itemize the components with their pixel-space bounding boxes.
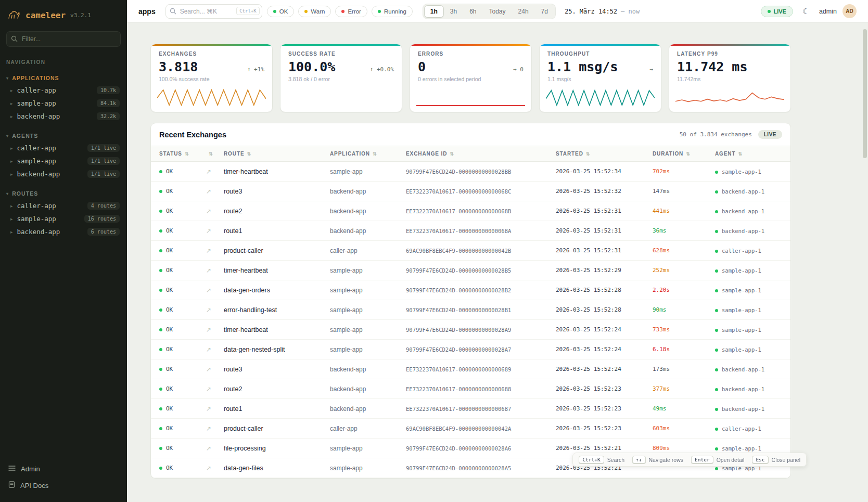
table-row[interactable]: OK ↗ data-gen-nested-split sample-app 90… (151, 340, 790, 359)
open-detail-icon[interactable]: ↗ (206, 346, 211, 353)
time-range-button[interactable]: Today (483, 5, 512, 18)
sidebar-section: ▾ APPLICATIONS ▸ caller-app 10.7k ▸ samp… (0, 67, 127, 125)
exchange-id: EE7322370A10617-0000000000000688 (401, 379, 551, 399)
open-detail-icon[interactable]: ↗ (206, 425, 211, 432)
table-row[interactable]: OK ↗ route2 backend-app EE7322370A10617-… (151, 201, 790, 221)
column-label: STARTED (556, 151, 583, 157)
scrollbar-thumb[interactable] (863, 29, 867, 158)
time-range-button[interactable]: 7d (535, 5, 554, 18)
sidebar-item[interactable]: ▸ backend-app 1/1 live (0, 168, 127, 181)
sidebar-section-header[interactable]: ▾ AGENTS (0, 130, 127, 141)
column-header[interactable]: DURATION⇅ (647, 146, 710, 162)
table-row[interactable]: OK ↗ product-caller caller-app 69AC90BF8… (151, 241, 790, 261)
duration: 628ms (647, 241, 710, 261)
column-header[interactable]: ⇅ (201, 146, 219, 162)
column-header[interactable]: AGENT⇅ (710, 146, 790, 162)
column-header[interactable]: EXCHANGE ID⇅ (401, 146, 551, 162)
open-detail-icon[interactable]: ↗ (206, 326, 211, 333)
app-version: v3.2.1 (70, 12, 91, 19)
column-header[interactable]: ROUTE⇅ (219, 146, 325, 162)
table-row[interactable]: OK ↗ route3 backend-app EE7322370A10617-… (151, 182, 790, 201)
table-row[interactable]: OK ↗ error-handling-test sample-app 9079… (151, 300, 790, 320)
stat-accent-bar (669, 44, 790, 46)
sidebar-item[interactable]: ▸ sample-app 16 routes (0, 212, 127, 225)
open-detail-icon[interactable]: ↗ (206, 445, 211, 452)
sidebar-item[interactable]: ▸ backend-app 32.2k (0, 110, 127, 123)
route-name: data-gen-nested-split (219, 340, 325, 359)
table-row[interactable]: OK ↗ product-caller caller-app 69AC90BF8… (151, 419, 790, 439)
open-detail-icon[interactable]: ↗ (206, 188, 211, 195)
time-range-button[interactable]: 6h (463, 5, 482, 18)
global-search: Ctrl+K (165, 4, 262, 19)
table-row[interactable]: OK ↗ timer-heartbeat sample-app 90799F47… (151, 261, 790, 280)
status-ok-dot (159, 229, 162, 233)
started-timestamp: 2026-03-25 15:52:24 (551, 320, 647, 340)
column-header[interactable]: STATUS⇅ (151, 146, 201, 162)
time-range-button[interactable]: 3h (444, 5, 463, 18)
sidebar-item[interactable]: ▸ caller-app 10.7k (0, 84, 127, 97)
status-filter-chip[interactable]: Warn (298, 6, 331, 17)
table-row[interactable]: OK ↗ route1 backend-app EE7322370A10617-… (151, 399, 790, 419)
nav-section-label: NAVIGATION (0, 53, 127, 67)
sidebar-item[interactable]: ▸ backend-app 6 routes (0, 225, 127, 238)
column-header[interactable]: STARTED⇅ (551, 146, 647, 162)
sidebar-item-label: caller-app (17, 144, 56, 152)
sidebar-section-header[interactable]: ▾ APPLICATIONS (0, 72, 127, 84)
agent-name: backend-app-1 (722, 366, 764, 372)
avatar[interactable]: AD (843, 4, 857, 18)
exchange-count: 50 of 3.834 exchanges (680, 131, 752, 138)
table-row[interactable]: OK ↗ timer-heartbeat sample-app 90799F47… (151, 162, 790, 182)
status-label: OK (166, 188, 173, 195)
keycap: ↑↓ (632, 456, 645, 464)
open-detail-icon[interactable]: ↗ (206, 366, 211, 373)
live-toggle[interactable]: LIVE (761, 6, 793, 17)
status-filter-chip[interactable]: Error (335, 6, 367, 17)
keyboard-hint: Esc Close panel (752, 456, 800, 464)
stat-card: THROUGHPUT 1.1 msg/s → 1.1 msg/s (539, 44, 661, 112)
open-detail-icon[interactable]: ↗ (206, 267, 211, 274)
scrollbar-track[interactable] (863, 24, 867, 501)
table-row[interactable]: OK ↗ route1 backend-app EE7322370A10617-… (151, 221, 790, 241)
sidebar-item-admin[interactable]: Admin (0, 461, 127, 477)
table-row[interactable]: OK ↗ route2 backend-app EE7322370A10617-… (151, 379, 790, 399)
table-row[interactable]: OK ↗ route3 backend-app EE7322370A10617-… (151, 359, 790, 379)
sidebar-item-api-docs[interactable]: API Docs (0, 477, 127, 494)
open-detail-icon[interactable]: ↗ (206, 385, 211, 393)
status-ok-dot (159, 308, 162, 312)
sidebar-item[interactable]: ▸ caller-app 4 routes (0, 199, 127, 212)
table-row[interactable]: OK ↗ data-gen-orders sample-app 90799F47… (151, 280, 790, 300)
panel-live-badge: LIVE (758, 130, 782, 139)
live-label: LIVE (774, 8, 786, 15)
open-detail-icon[interactable]: ↗ (206, 287, 211, 294)
open-detail-icon[interactable]: ↗ (206, 306, 211, 314)
status-ok-dot (159, 388, 162, 391)
sidebar-item-badge: 4 routes (87, 202, 120, 210)
sidebar-filter-input[interactable] (6, 31, 121, 47)
sidebar-item[interactable]: ▸ sample-app 84.1k (0, 97, 127, 110)
time-range-button[interactable]: 24h (512, 5, 535, 18)
chip-label: OK (279, 8, 288, 15)
open-detail-icon[interactable]: ↗ (206, 465, 211, 472)
column-header[interactable]: APPLICATION⇅ (325, 146, 401, 162)
open-detail-icon[interactable]: ↗ (206, 405, 211, 413)
status-filter-chip[interactable]: Running (372, 6, 413, 17)
sparkline (546, 87, 655, 108)
agent-dot (715, 388, 718, 391)
table-row[interactable]: OK ↗ timer-heartbeat sample-app 90799F47… (151, 320, 790, 340)
sidebar-item[interactable]: ▸ caller-app 1/1 live (0, 141, 127, 155)
time-range-button[interactable]: 1h (424, 5, 444, 18)
status-filter-chip[interactable]: OK (267, 6, 295, 17)
open-detail-icon[interactable]: ↗ (206, 247, 211, 254)
application-name: backend-app (325, 221, 401, 241)
sidebar-item[interactable]: ▸ sample-app 1/1 live (0, 155, 127, 168)
dark-mode-toggle[interactable]: ☾ (799, 4, 813, 19)
started-timestamp: 2026-03-25 15:52:29 (551, 261, 647, 280)
column-label: ROUTE (224, 151, 245, 157)
stat-value: 1.1 msg/s (547, 59, 618, 74)
open-detail-icon[interactable]: ↗ (206, 168, 211, 175)
exchange-id: EE7322370A10617-000000000000068A (401, 221, 551, 241)
sidebar-section-header[interactable]: ▾ ROUTES (0, 188, 127, 199)
agent-name: sample-app-1 (722, 287, 761, 293)
open-detail-icon[interactable]: ↗ (206, 227, 211, 235)
open-detail-icon[interactable]: ↗ (206, 208, 211, 215)
